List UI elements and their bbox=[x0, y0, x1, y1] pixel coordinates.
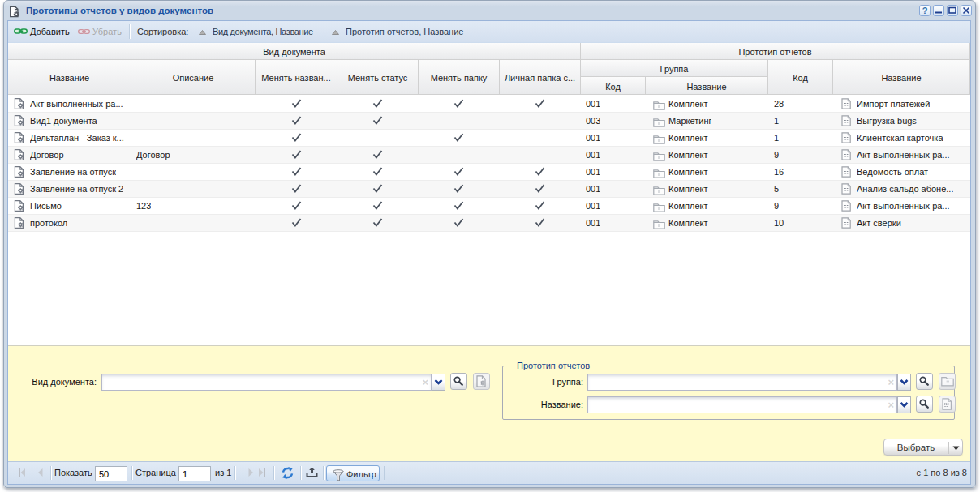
svg-text:?: ? bbox=[922, 6, 928, 15]
